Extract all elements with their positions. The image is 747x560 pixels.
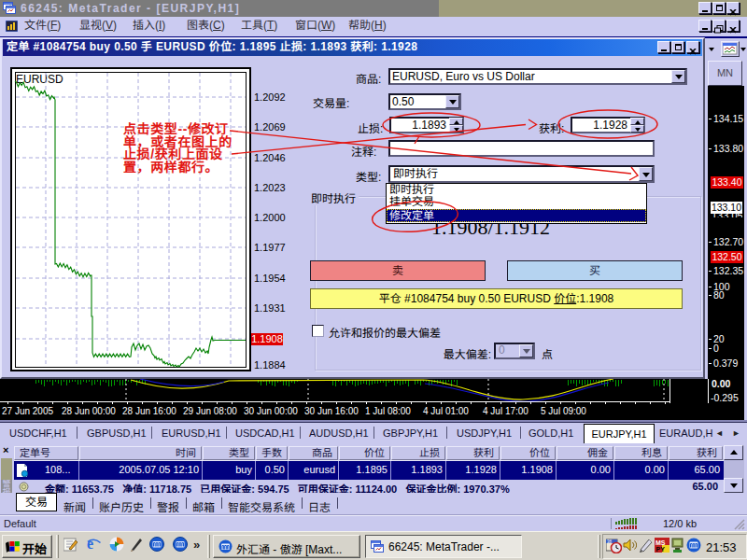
svg-text:PY: PY bbox=[656, 546, 666, 553]
svg-text:38: 38 bbox=[607, 539, 613, 544]
svg-text:e: e bbox=[87, 536, 93, 552]
svg-text:MS: MS bbox=[655, 539, 666, 546]
